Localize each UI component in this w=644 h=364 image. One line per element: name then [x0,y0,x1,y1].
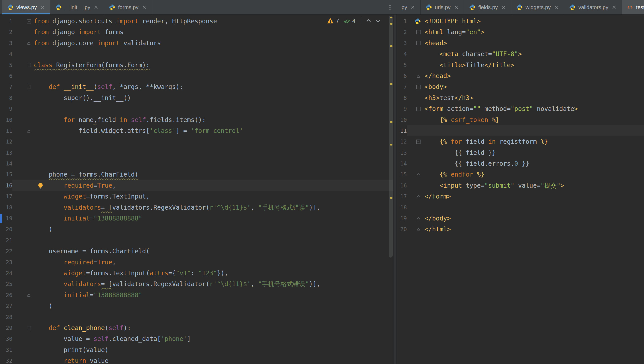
tab-options-kebab-icon[interactable] [384,0,396,15]
fold-end-icon[interactable] [407,191,424,202]
code-text[interactable]: ) [34,224,393,235]
fold-minus-icon[interactable] [407,136,424,147]
close-icon[interactable] [142,5,147,10]
code-text[interactable]: <html lang="en"> [424,26,644,38]
code-text[interactable]: ) [34,300,393,312]
code-text[interactable]: <head> [424,38,644,48]
fold-end-icon[interactable] [407,213,424,224]
left-editor-scrollbar[interactable] [388,15,393,364]
code-text[interactable]: def clean_phone(self): [34,322,393,334]
code-text[interactable]: <form action="" method="post" novalidate… [424,103,644,114]
close-icon[interactable] [40,5,45,10]
tab-test-ht[interactable]: test.ht [622,0,644,14]
inspections-widget[interactable]: 7 4 [326,17,382,24]
code-text[interactable]: </head> [424,70,644,82]
code-text[interactable]: initial="13888888888" [34,213,393,224]
code-text[interactable]: <h3>test</h3> [424,92,644,103]
code-text[interactable] [34,235,393,246]
fold-end-icon[interactable] [407,169,424,180]
warning-stripe-mark[interactable] [390,23,392,24]
warning-stripe-mark[interactable] [390,45,392,47]
warning-stripe-mark[interactable] [390,197,392,199]
fold-minus-icon[interactable] [12,16,34,26]
code-text[interactable]: {{ field.errors.0 }} [424,158,644,169]
editor-splitter[interactable] [393,15,397,364]
scrollbar-thumb[interactable] [389,16,393,258]
fold-minus-icon[interactable] [407,38,424,48]
code-text[interactable]: class RegisterForm(forms.Form): [34,60,393,70]
warning-stripe-mark[interactable] [390,83,392,85]
tab-views-py[interactable]: views.py [2,0,50,14]
fold-end-icon[interactable] [12,38,34,48]
fold-minus-icon[interactable] [12,60,34,70]
code-text[interactable]: required=True, [34,180,393,191]
code-text[interactable]: {% endfor %} [424,169,644,180]
tab-py[interactable]: py [397,0,420,14]
code-text[interactable]: return value [34,355,393,364]
code-text[interactable] [34,70,393,82]
fold-minus-icon[interactable] [12,322,34,334]
tab-widgets-py[interactable]: widgets.py [511,0,564,14]
code-text[interactable]: super().__init__() [34,92,393,103]
code-text[interactable]: <title>Title</title> [424,60,644,70]
tab-urls-py[interactable]: urls.py [420,0,464,14]
fold-minus-icon[interactable] [407,103,424,114]
fold-minus-icon[interactable] [407,82,424,92]
fold-end-icon[interactable] [12,125,34,136]
code-text[interactable]: from django import forms [34,26,393,38]
next-problem-chevron-icon[interactable] [374,17,382,24]
close-icon[interactable] [94,5,99,10]
code-text[interactable]: </html> [424,224,644,235]
code-text[interactable]: initial="13888888888" [34,290,393,300]
fold-end-icon[interactable] [407,70,424,82]
code-text[interactable] [34,312,393,322]
tab-forms-py[interactable]: forms.py [104,0,152,14]
code-text[interactable]: from django.core import validators [34,38,393,48]
code-text[interactable] [424,202,644,213]
code-text[interactable]: {{ field }} [424,147,644,158]
code-text[interactable]: widget=forms.TextInput(attrs={"v1": "123… [34,268,393,278]
code-text[interactable]: required=True, [34,257,393,268]
code-text[interactable]: widget=forms.TextInput, [34,191,393,202]
code-text[interactable]: <input type="submit" value="提交"> [424,180,644,191]
code-text[interactable]: validators= [validators.RegexValidator(r… [34,202,393,213]
fold-minus-icon[interactable] [12,82,34,92]
code-text[interactable] [34,136,393,147]
code-text[interactable]: <body> [424,82,644,92]
code-text[interactable]: print(value) [34,344,393,355]
close-icon[interactable] [454,5,459,10]
code-text[interactable]: {% csrf_token %} [424,114,644,125]
code-text[interactable]: {% for field in registform %} [424,136,644,147]
tab--init-py[interactable]: __init__.py [50,0,104,14]
code-text[interactable]: for name,field in self.fields.items(): [34,114,393,125]
code-text[interactable]: field.widget.attrs['class'] = 'form-cont… [34,125,393,136]
warning-stripe-mark[interactable] [390,17,392,18]
intention-bulb-icon[interactable] [37,182,44,189]
code-text[interactable]: </form> [424,191,644,202]
code-text[interactable]: value = self.cleaned_data['phone'] [34,334,393,344]
tab-fields-py[interactable]: fields.py [464,0,511,14]
close-icon[interactable] [612,5,617,10]
code-text[interactable] [34,147,393,158]
code-text[interactable]: <meta charset="UTF-8"> [424,48,644,60]
tab-validators-py[interactable]: validators.py [564,0,622,14]
warning-stripe-mark[interactable] [390,144,392,146]
code-text[interactable]: </body> [424,213,644,224]
code-text[interactable] [34,103,393,114]
close-icon[interactable] [554,5,559,10]
close-icon[interactable] [410,5,416,10]
fold-end-icon[interactable] [407,224,424,235]
close-icon[interactable] [501,5,506,10]
fold-end-icon[interactable] [12,290,34,300]
code-text[interactable] [34,158,393,169]
code-text[interactable]: validators= [validators.RegexValidator(r… [34,278,393,290]
code-text[interactable]: phone = forms.CharField( [34,169,393,180]
code-text[interactable] [424,125,644,136]
warning-stripe-mark[interactable] [390,121,392,123]
code-text[interactable] [34,48,393,60]
code-text[interactable]: username = forms.CharField( [34,246,393,257]
prev-problem-chevron-icon[interactable] [365,17,372,24]
fold-minus-icon[interactable] [407,26,424,38]
code-text[interactable]: def __init__(self, *args, **kwargs): [34,82,393,92]
code-text[interactable]: <!DOCTYPE html> [424,16,644,26]
